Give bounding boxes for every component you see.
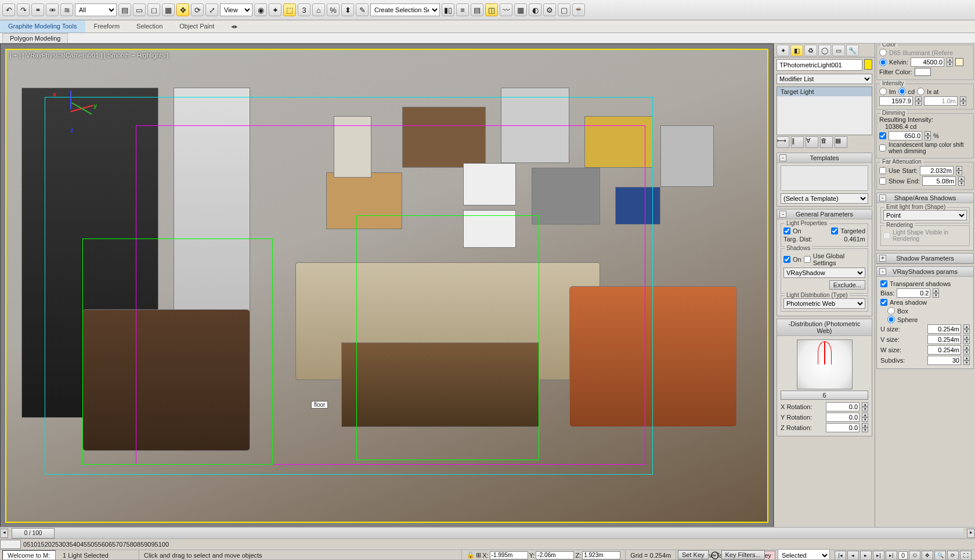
dim-input[interactable] — [889, 131, 922, 140]
schematic-icon[interactable]: ▦ — [514, 3, 527, 16]
cd-radio[interactable] — [898, 88, 906, 95]
link-icon[interactable]: ⚭ — [31, 3, 44, 16]
render-icon[interactable]: ☕ — [572, 3, 585, 16]
next-frame-icon[interactable]: ▸| — [873, 551, 884, 560]
time-slider[interactable]: 0 / 100 — [12, 528, 963, 539]
use-global-checkbox[interactable] — [804, 256, 811, 263]
maxscript-mini[interactable]: Welcome to M: — [2, 550, 56, 560]
time-ruler[interactable]: 0510152025303540455055606570758085909510… — [0, 539, 975, 549]
rotate-icon[interactable]: ⟳ — [191, 3, 204, 16]
box-radio[interactable] — [887, 307, 895, 315]
layers-icon[interactable]: ▤ — [471, 3, 483, 16]
category-select[interactable]: All — [75, 3, 117, 16]
make-unique-icon[interactable]: ∀ — [806, 136, 818, 148]
xrot-input[interactable] — [826, 402, 860, 411]
incand-checkbox[interactable] — [879, 144, 886, 151]
collapse-icon[interactable]: - — [779, 154, 786, 161]
stack-item-target-light[interactable]: Target Light — [777, 87, 872, 96]
emit-shape-select[interactable]: Point — [883, 210, 967, 221]
ribbon-collapse-icon[interactable]: ◂▸ — [223, 20, 247, 32]
exclude-button[interactable]: Exclude... — [829, 280, 865, 290]
y-input[interactable] — [536, 551, 574, 559]
object-name-input[interactable] — [777, 59, 862, 71]
zrot-spinner[interactable]: ▴▾ — [862, 423, 868, 432]
shadow-type-select[interactable]: VRayShadow — [783, 268, 865, 278]
collapse-icon[interactable]: - — [879, 268, 886, 275]
scale-icon[interactable]: ⤢ — [205, 3, 218, 16]
snap-toggle-icon[interactable]: ⬚ — [283, 3, 296, 16]
ribbon-tab-objectpaint[interactable]: Object Paint — [171, 20, 223, 32]
bind-icon[interactable]: ≋ — [60, 3, 73, 16]
web-preview[interactable] — [797, 339, 853, 389]
percent-snap-icon[interactable]: % — [327, 3, 340, 16]
show-end-icon[interactable]: ‖ — [791, 136, 804, 148]
time-prev-icon[interactable]: ◂ — [0, 529, 8, 538]
area-checkbox[interactable] — [880, 299, 887, 306]
current-frame-input[interactable]: 0 — [898, 551, 908, 559]
edit-named-icon[interactable]: ✎ — [356, 3, 369, 16]
kelvin-radio[interactable] — [879, 59, 887, 66]
end-input[interactable] — [922, 176, 956, 186]
kelvin-input[interactable] — [911, 57, 944, 67]
pin-stack-icon[interactable]: ⟼ — [777, 136, 789, 148]
spinner-snap-icon[interactable]: ⬍ — [341, 3, 354, 16]
dim-checkbox[interactable] — [879, 132, 886, 139]
rect-select-icon[interactable]: ◻ — [147, 3, 160, 16]
kelvin-swatch[interactable] — [955, 58, 963, 66]
keyfilters-button[interactable]: Key Filters... — [721, 550, 765, 559]
nav-pan-icon[interactable]: ✥ — [922, 551, 933, 560]
ribbon-sub-polygon[interactable]: Polygon Modeling — [2, 33, 68, 43]
yrot-spinner[interactable]: ▴▾ — [862, 413, 868, 422]
intensity-input[interactable] — [879, 96, 913, 106]
bias-spinner[interactable]: ▴▾ — [933, 288, 939, 298]
wsize-input[interactable] — [927, 345, 961, 355]
kelvin-spinner[interactable]: ▴▾ — [947, 57, 953, 67]
usize-spinner[interactable]: ▴▾ — [963, 324, 970, 334]
modifier-stack[interactable]: Target Light — [777, 86, 872, 135]
tab-modify-icon[interactable]: ◧ — [790, 45, 803, 56]
tab-motion-icon[interactable]: ◯ — [818, 45, 831, 56]
goto-end-icon[interactable]: ▸| — [886, 551, 897, 560]
modifier-list-select[interactable]: Modifier List — [777, 74, 872, 84]
remove-mod-icon[interactable]: 🗑 — [820, 136, 833, 148]
play-icon[interactable]: ▸ — [860, 551, 872, 560]
vsize-spinner[interactable]: ▴▾ — [963, 335, 970, 344]
expand-icon[interactable]: + — [879, 255, 886, 262]
material-editor-icon[interactable]: ◐ — [529, 3, 541, 16]
pivot-icon[interactable]: ◉ — [254, 3, 267, 16]
setkey-button[interactable]: Set Key — [678, 550, 709, 559]
xrot-spinner[interactable]: ▴▾ — [862, 402, 868, 411]
filter-swatch[interactable] — [915, 68, 931, 76]
paint-select-icon[interactable]: ▦ — [162, 3, 175, 16]
object-color-swatch[interactable] — [864, 59, 872, 70]
mirror-icon[interactable]: ▮▯ — [442, 3, 454, 16]
time-config-icon[interactable]: ⏲ — [909, 551, 920, 560]
yrot-input[interactable] — [826, 413, 860, 422]
usize-input[interactable] — [927, 324, 961, 334]
web-file-button[interactable]: 6 — [781, 391, 868, 400]
use-checkbox[interactable] — [879, 167, 886, 174]
viewport[interactable]: [ + ] [ VRayPhysicalCamera001 ] [ Smooth… — [0, 44, 774, 528]
angle-snap-icon[interactable]: 3 — [298, 3, 310, 16]
x-input[interactable] — [490, 551, 528, 559]
collapse-icon[interactable]: - — [779, 211, 786, 218]
tab-display-icon[interactable]: ▭ — [832, 45, 845, 56]
configure-sets-icon[interactable]: ▦ — [835, 136, 847, 148]
snap2-icon[interactable]: ⌂ — [312, 3, 325, 16]
vsize-input[interactable] — [927, 335, 961, 344]
named-sel-select[interactable]: Create Selection Se — [370, 3, 440, 16]
lm-radio[interactable] — [879, 88, 887, 95]
key-big-icon[interactable]: ⨀ — [711, 550, 719, 559]
tab-hierarchy-icon[interactable]: ♻ — [804, 45, 817, 56]
filter-icon[interactable]: ▤ — [118, 3, 131, 16]
keymode-select[interactable]: Selected — [778, 549, 830, 561]
curve-editor-icon[interactable]: 〰 — [500, 3, 512, 16]
tab-create-icon[interactable]: ✦ — [777, 45, 789, 56]
show-checkbox[interactable] — [879, 178, 886, 185]
undo-icon[interactable]: ↶ — [2, 3, 15, 16]
d65-radio[interactable] — [879, 49, 887, 56]
manip-icon[interactable]: ✦ — [269, 3, 281, 16]
transform-gizmo[interactable]: x y z — [53, 85, 105, 137]
dim-spinner[interactable]: ▴▾ — [925, 131, 931, 140]
shadow-on-checkbox[interactable] — [783, 256, 790, 263]
